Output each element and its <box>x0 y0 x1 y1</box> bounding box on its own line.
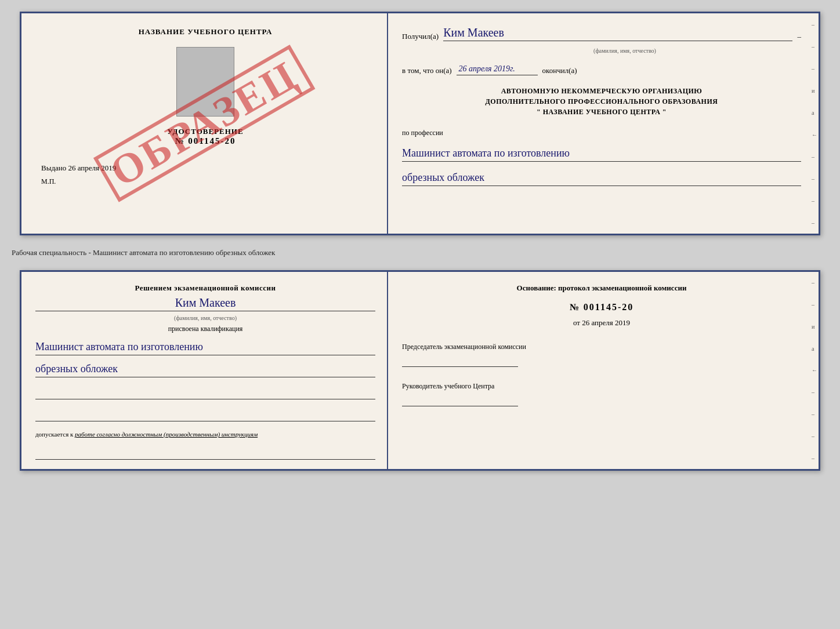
recipient-line: Получил(а) Ким Макеев – <box>402 26 801 41</box>
vtom-line: в том, что он(а) 26 апреля 2019г. окончи… <box>402 64 801 75</box>
dash-after-name: – <box>797 32 801 41</box>
udostoverenie-number: № 001145-20 <box>167 136 243 146</box>
fio-subtitle-bottom: (фамилия, имя, отчество) <box>35 315 375 321</box>
profession-line2: обрезных обложек <box>402 170 801 186</box>
profession-line1: Машинист автомата по изготовлению <box>402 146 801 162</box>
fio-subtitle-top: (фамилия, имя, отчество) <box>448 48 801 54</box>
org-quote2: " <box>662 108 667 116</box>
vydano-line: Выдано 26 апреля 2019 <box>35 163 116 173</box>
org-line2: ДОПОЛНИТЕЛЬНОГО ПРОФЕССИОНАЛЬНОГО ОБРАЗО… <box>402 96 801 107</box>
vydano-label: Выдано <box>41 163 66 172</box>
bottom-doc-left: Решением экзаменационной комиссии Ким Ма… <box>21 272 388 469</box>
po-professii-label: по профессии <box>402 129 801 137</box>
bottom-doc-right: Основание: протокол экзаменационной коми… <box>388 272 819 469</box>
org-block: АВТОНОМНУЮ НЕКОММЕРЧЕСКУЮ ОРГАНИЗАЦИЮ ДО… <box>402 86 801 117</box>
protocol-number: № 001145-20 <box>402 302 801 312</box>
blank-line-1 <box>35 387 375 399</box>
okonchil-label: окончил(а) <box>542 66 577 75</box>
vtom-date: 26 апреля 2019г. <box>457 64 538 75</box>
top-doc-right: Получил(а) Ким Макеев – (фамилия, имя, о… <box>388 13 819 234</box>
dopuskaetsya-label: допускается к <box>35 431 73 438</box>
rukovod-signature-line <box>402 394 518 406</box>
rukovod-block: Руководитель учебного Центра <box>402 381 801 406</box>
predsedatel-signature-line <box>402 354 518 367</box>
predsedatel-label: Председатель экзаменационной комиссии <box>402 341 801 352</box>
komissia-name: Ким Макеев <box>35 296 375 311</box>
vtom-label: в том, что он(а) <box>402 66 452 75</box>
photo-placeholder <box>176 47 234 117</box>
org-line1: АВТОНОМНУЮ НЕКОММЕРЧЕСКУЮ ОРГАНИЗАЦИЮ <box>402 86 801 96</box>
osnov-title: Основание: протокол экзаменационной коми… <box>402 283 801 293</box>
protocol-date-value: 26 апреля 2019 <box>582 318 630 327</box>
recipient-name: Ким Макеев <box>443 26 792 41</box>
poluchil-label: Получил(а) <box>402 32 439 41</box>
separator-text: Рабочая специальность - Машинист автомат… <box>12 246 275 260</box>
org-quote1: " <box>537 108 541 116</box>
blank-line-3 <box>35 447 375 460</box>
kvalif-line1: Машинист автомата по изготовлению <box>35 339 375 355</box>
protocol-date-prefix: от <box>573 318 580 327</box>
bottom-document: Решением экзаменационной комиссии Ким Ма… <box>20 270 820 471</box>
predsedatel-block: Председатель экзаменационной комиссии <box>402 341 801 367</box>
dopuskaetsya-text: работе согласно должностным (производств… <box>75 431 258 438</box>
dopuskaetsya-block: допускается к работе согласно должностны… <box>35 431 375 438</box>
mp-line: М.П. <box>35 177 56 186</box>
komissia-title: Решением экзаменационной комиссии <box>35 283 375 293</box>
school-name-left: НАЗВАНИЕ УЧЕБНОГО ЦЕНТРА <box>139 27 273 37</box>
org-name-line: " НАЗВАНИЕ УЧЕБНОГО ЦЕНТРА " <box>402 107 801 117</box>
right-edge-marks: – – – и а ← – – – – <box>812 13 817 234</box>
bottom-right-edge-marks: – – и а ← – – – – <box>812 272 817 469</box>
protocol-date: от 26 апреля 2019 <box>402 318 801 328</box>
org-name: НАЗВАНИЕ УЧЕБНОГО ЦЕНТРА <box>543 108 661 116</box>
top-doc-left: НАЗВАНИЕ УЧЕБНОГО ЦЕНТРА УДОСТОВЕРЕНИЕ №… <box>21 13 388 234</box>
kvalif-line2: обрезных обложек <box>35 361 375 377</box>
prisvoena-label: присвоена квалификация <box>35 325 375 333</box>
rukovod-label: Руководитель учебного Центра <box>402 381 801 391</box>
vydano-date: 26 апреля 2019 <box>68 163 117 172</box>
blank-line-2 <box>35 409 375 421</box>
udostoverenie-block: УДОСТОВЕРЕНИЕ № 001145-20 <box>167 127 243 146</box>
udostoverenie-label: УДОСТОВЕРЕНИЕ <box>167 127 243 136</box>
top-document: НАЗВАНИЕ УЧЕБНОГО ЦЕНТРА УДОСТОВЕРЕНИЕ №… <box>20 12 820 235</box>
